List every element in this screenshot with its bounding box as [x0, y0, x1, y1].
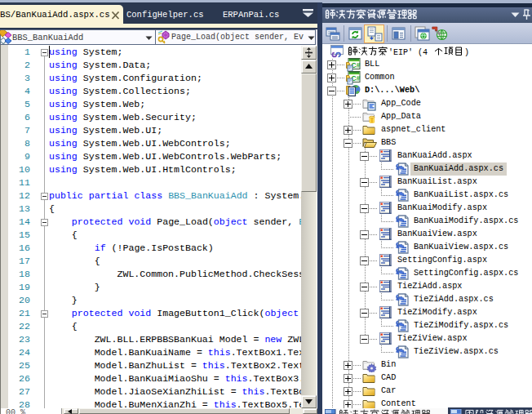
- svg-text:): ): [464, 48, 469, 57]
- svg-text:'EIP' (4: 'EIP' (4: [388, 48, 428, 57]
